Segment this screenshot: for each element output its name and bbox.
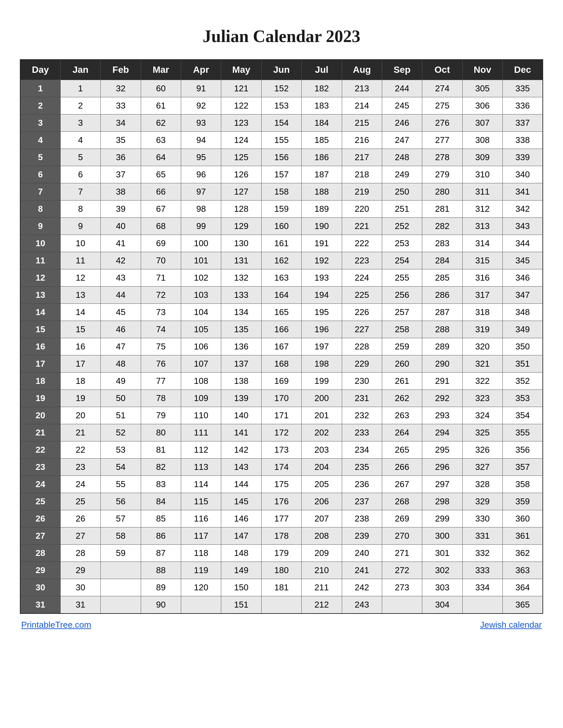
data-cell: 353 xyxy=(503,390,543,407)
data-cell: 37 xyxy=(101,166,141,183)
day-cell: 20 xyxy=(20,407,60,424)
data-cell: 256 xyxy=(382,287,422,304)
data-cell: 363 xyxy=(503,562,543,579)
data-cell: 76 xyxy=(141,355,181,373)
data-cell: 231 xyxy=(342,390,382,407)
data-cell: 243 xyxy=(342,596,382,614)
data-cell: 345 xyxy=(503,252,543,269)
data-cell: 219 xyxy=(342,183,382,201)
data-cell: 349 xyxy=(503,321,543,338)
table-row: 88396798128159189220251281312342 xyxy=(20,201,543,218)
data-cell: 4 xyxy=(60,132,100,149)
data-cell: 23 xyxy=(60,459,100,476)
data-cell: 58 xyxy=(101,527,141,545)
printabletree-link[interactable]: PrintableTree.com xyxy=(21,620,91,630)
data-cell: 354 xyxy=(503,407,543,424)
data-cell: 314 xyxy=(462,235,502,252)
jewish-calendar-link[interactable]: Jewish calendar xyxy=(480,620,542,630)
data-cell: 244 xyxy=(382,80,422,97)
data-cell: 90 xyxy=(141,596,181,614)
table-row: 19195078109139170200231262292323353 xyxy=(20,390,543,407)
data-cell: 115 xyxy=(181,493,221,510)
table-row: 66376596126157187218249279310340 xyxy=(20,166,543,183)
data-cell: 3 xyxy=(60,114,100,132)
footer: PrintableTree.com Jewish calendar xyxy=(20,620,543,630)
data-cell: 191 xyxy=(302,235,342,252)
data-cell: 250 xyxy=(382,183,422,201)
data-cell: 227 xyxy=(342,321,382,338)
data-cell: 34 xyxy=(101,114,141,132)
data-cell: 365 xyxy=(503,596,543,614)
data-cell: 198 xyxy=(302,355,342,373)
data-cell: 104 xyxy=(181,304,221,321)
day-cell: 3 xyxy=(20,114,60,132)
data-cell: 341 xyxy=(503,183,543,201)
header-cell-feb: Feb xyxy=(101,60,141,80)
data-cell: 118 xyxy=(181,545,221,562)
data-cell: 362 xyxy=(503,545,543,562)
data-cell: 97 xyxy=(181,183,221,201)
table-row: 12124371102132163193224255285316346 xyxy=(20,269,543,287)
data-cell: 355 xyxy=(503,424,543,441)
data-cell: 336 xyxy=(503,97,543,114)
data-cell: 41 xyxy=(101,235,141,252)
data-cell: 48 xyxy=(101,355,141,373)
day-cell: 9 xyxy=(20,218,60,235)
data-cell: 359 xyxy=(503,493,543,510)
data-cell: 348 xyxy=(503,304,543,321)
day-cell: 21 xyxy=(20,424,60,441)
data-cell: 27 xyxy=(60,527,100,545)
day-cell: 10 xyxy=(20,235,60,252)
data-cell: 13 xyxy=(60,287,100,304)
data-cell: 251 xyxy=(382,201,422,218)
data-cell xyxy=(261,596,302,614)
data-cell: 180 xyxy=(261,562,302,579)
data-cell: 321 xyxy=(462,355,502,373)
data-cell: 154 xyxy=(261,114,302,132)
data-cell: 210 xyxy=(302,562,342,579)
data-cell: 220 xyxy=(342,201,382,218)
data-cell: 295 xyxy=(422,441,462,459)
data-cell: 183 xyxy=(302,97,342,114)
data-cell: 233 xyxy=(342,424,382,441)
day-cell: 17 xyxy=(20,355,60,373)
day-cell: 2 xyxy=(20,97,60,114)
day-cell: 4 xyxy=(20,132,60,149)
data-cell: 261 xyxy=(382,373,422,390)
day-cell: 24 xyxy=(20,476,60,493)
data-cell: 234 xyxy=(342,441,382,459)
data-cell: 46 xyxy=(101,321,141,338)
data-cell: 8 xyxy=(60,201,100,218)
data-cell: 270 xyxy=(382,527,422,545)
data-cell xyxy=(462,596,502,614)
data-cell: 72 xyxy=(141,287,181,304)
data-cell: 128 xyxy=(221,201,261,218)
data-cell: 201 xyxy=(302,407,342,424)
data-cell: 110 xyxy=(181,407,221,424)
data-cell: 303 xyxy=(422,579,462,596)
data-cell: 19 xyxy=(60,390,100,407)
table-row: 24245583114144175205236267297328358 xyxy=(20,476,543,493)
data-cell: 150 xyxy=(221,579,261,596)
data-cell: 98 xyxy=(181,201,221,218)
data-cell: 155 xyxy=(261,132,302,149)
data-cell: 311 xyxy=(462,183,502,201)
data-cell: 276 xyxy=(422,114,462,132)
data-cell: 105 xyxy=(181,321,221,338)
data-cell: 146 xyxy=(221,510,261,527)
table-row: 99406899129160190221252282313343 xyxy=(20,218,543,235)
data-cell xyxy=(382,596,422,614)
data-cell: 245 xyxy=(382,97,422,114)
table-row: 16164775106136167197228259289320350 xyxy=(20,338,543,355)
data-cell: 351 xyxy=(503,355,543,373)
data-cell: 57 xyxy=(101,510,141,527)
data-cell: 44 xyxy=(101,287,141,304)
data-cell: 174 xyxy=(261,459,302,476)
data-cell: 357 xyxy=(503,459,543,476)
data-cell: 77 xyxy=(141,373,181,390)
data-cell: 184 xyxy=(302,114,342,132)
julian-calendar-table: DayJanFebMarAprMayJunJulAugSepOctNovDec … xyxy=(20,59,543,614)
header-cell-mar: Mar xyxy=(141,60,181,80)
day-cell: 29 xyxy=(20,562,60,579)
data-cell: 83 xyxy=(141,476,181,493)
